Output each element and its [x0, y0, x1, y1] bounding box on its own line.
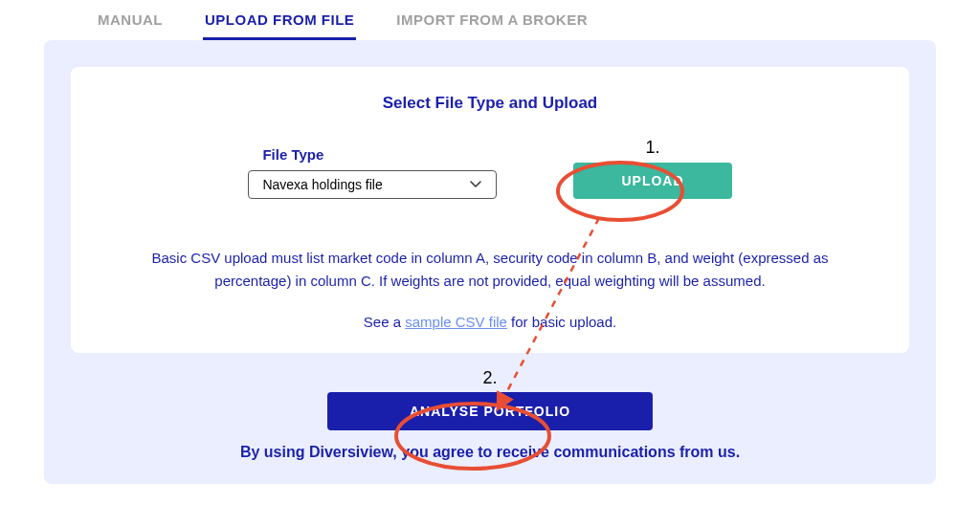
upload-card: Select File Type and Upload File Type Na… [71, 67, 909, 353]
upload-button[interactable]: UPLOAD [573, 163, 731, 199]
analyse-portfolio-button[interactable]: ANALYSE PORTFOLIO [327, 392, 653, 430]
tab-import-from-broker[interactable]: IMPORT FROM A BROKER [394, 11, 590, 40]
file-type-select[interactable]: Navexa holdings file [248, 170, 497, 199]
tabs-bar: MANUAL UPLOAD FROM FILE IMPORT FROM A BR… [0, 0, 980, 40]
file-row: File Type Navexa holdings file 1. UPLOAD [128, 146, 852, 199]
consent-text: By using Diversiview, you agree to recei… [71, 444, 909, 461]
step-2-label: 2. [71, 368, 909, 388]
upload-wrap: 1. UPLOAD [573, 163, 731, 199]
upload-panel: Select File Type and Upload File Type Na… [44, 40, 936, 484]
chevron-down-icon [469, 177, 482, 192]
card-title: Select File Type and Upload [128, 94, 852, 113]
sample-prefix: See a [364, 314, 405, 330]
step-1-label: 1. [645, 138, 659, 158]
sample-csv-link[interactable]: sample CSV file [405, 314, 507, 330]
analyse-wrap: 2. ANALYSE PORTFOLIO By using Diversivie… [71, 368, 909, 461]
sample-line: See a sample CSV file for basic upload. [128, 314, 852, 330]
file-type-label: File Type [262, 146, 497, 163]
sample-suffix: for basic upload. [507, 314, 616, 330]
tab-upload-from-file[interactable]: UPLOAD FROM FILE [203, 11, 356, 40]
csv-note: Basic CSV upload must list market code i… [128, 247, 852, 293]
file-type-value: Navexa holdings file [262, 177, 382, 192]
tab-manual[interactable]: MANUAL [96, 11, 165, 40]
file-type-col: File Type Navexa holdings file [248, 146, 497, 199]
